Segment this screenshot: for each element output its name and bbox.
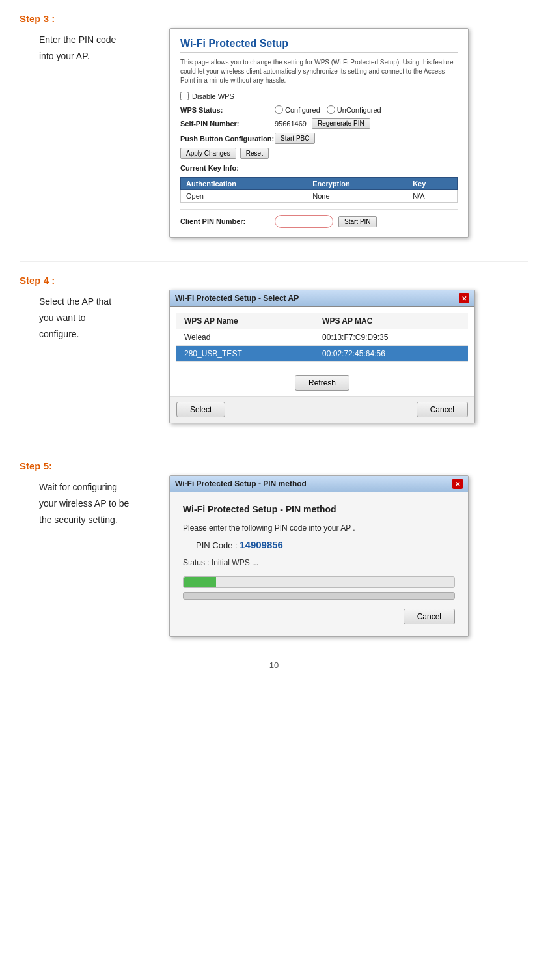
reset-button[interactable]: Reset [240,148,269,159]
step3-text: Enter the PIN code into your AP. [20,28,163,66]
refresh-button[interactable]: Refresh [295,375,349,391]
self-pin-value: 95661469 [275,120,307,128]
col-key: Key [407,178,458,190]
apply-changes-button[interactable]: Apply Changes [180,148,236,159]
refresh-area: Refresh [176,370,468,396]
start-pin-button[interactable]: Start PIN [338,216,377,227]
key-info-table: Authentication Encryption Key Open None … [180,177,458,203]
ap-name: 280_USB_TEST [176,346,314,362]
step3-label: Step 3 : [20,13,528,24]
key-info-label: Current Key Info: [180,164,458,172]
push-button-row: Push Button Configuration: Start PBC [180,133,458,144]
col-authentication: Authentication [181,178,307,190]
pin-method-dialog: Wi-Fi Protected Setup - PIN method ✕ Wi-… [169,475,469,637]
wps-status-label: WPS Status: [180,106,275,114]
self-pin-row: Self-PIN Number: 95661469 Regenerate PIN [180,118,458,129]
wps-dialog-desc: This page allows you to change the setti… [180,58,458,85]
pin-inner-title: Wi-Fi Protected Setup - PIN method [183,504,455,514]
ap-name: Welead [176,329,314,346]
ap-list-item[interactable]: 280_USB_TEST00:02:72:45:64:56 [176,346,468,362]
step4-label: Step 4 : [20,275,528,286]
pin-dialog-body: Wi-Fi Protected Setup - PIN method Pleas… [170,492,468,636]
step5-label: Step 5: [20,460,528,471]
client-pin-label: Client PIN Number: [180,217,275,225]
select-ap-close-button[interactable]: ✕ [459,293,469,303]
auth-value: Open [181,190,307,203]
push-button-label: Push Button Configuration: [180,135,275,143]
ap-mac: 00:02:72:45:64:56 [314,346,468,362]
pin-status: Status : Initial WPS ... [183,558,455,567]
select-ap-dialog: Wi-Fi Protected Setup - Select AP ✕ WPS … [169,290,475,423]
step5-text: Wait for configuring your wireless AP to… [20,475,163,529]
pin-dialog-desc: Please enter the following PIN code into… [183,524,455,533]
wps-setup-dialog: Wi-Fi Protected Setup This page allows y… [169,28,469,238]
col-encryption: Encryption [307,178,407,190]
col-ap-mac: WPS AP MAC [314,313,468,329]
wps-configured-option: Configured [275,105,320,114]
divider-2 [20,447,528,447]
select-ap-title: Wi-Fi Protected Setup - Select AP [175,294,299,303]
select-button[interactable]: Select [176,402,225,417]
pin-progress-bar-container [183,576,455,588]
client-pin-row: Client PIN Number: Start PIN [180,209,458,228]
col-ap-name: WPS AP Name [176,313,314,329]
start-pbc-button[interactable]: Start PBC [275,133,315,144]
apply-reset-row: Apply Changes Reset [180,148,458,159]
ap-dialog-buttons: Select Cancel [170,396,474,423]
step4-dialog-area: Wi-Fi Protected Setup - Select AP ✕ WPS … [169,290,528,423]
page-number: 10 [20,660,528,670]
pin-label: PIN Code : [196,540,240,550]
wps-unconfigured-radio[interactable] [327,105,335,114]
pin-dialog-title: Wi-Fi Protected Setup - PIN method [175,479,307,488]
wps-unconfigured-label: UnConfigured [337,106,381,114]
client-pin-input[interactable] [275,215,333,228]
wps-status-row: WPS Status: Configured UnConfigured [180,105,458,114]
disable-wps-row: Disable WPS [180,92,458,100]
ap-list-table: WPS AP Name WPS AP MAC Welead00:13:F7:C9… [176,313,468,362]
cancel-button[interactable]: Cancel [417,402,468,417]
disable-wps-label: Disable WPS [192,92,234,100]
wps-configured-label: Configured [285,106,320,114]
pin-progress-bar [184,577,216,587]
ap-mac: 00:13:F7:C9:D9:35 [314,329,468,346]
table-row: Open None N/A [181,190,458,203]
pin-dialog-titlebar: Wi-Fi Protected Setup - PIN method ✕ [170,476,468,492]
disable-wps-checkbox[interactable] [180,92,189,100]
step3-dialog-area: Wi-Fi Protected Setup This page allows y… [169,28,528,238]
encryption-value: None [307,190,407,203]
pin-cancel-row: Cancel [183,609,455,624]
pin-code-value: 14909856 [240,539,283,550]
pin-cancel-button[interactable]: Cancel [404,609,455,624]
step5-dialog-area: Wi-Fi Protected Setup - PIN method ✕ Wi-… [169,475,528,637]
wps-dialog-title: Wi-Fi Protected Setup [180,38,458,53]
key-value: N/A [407,190,458,203]
select-ap-titlebar: Wi-Fi Protected Setup - Select AP ✕ [170,290,474,307]
wps-configured-radio[interactable] [275,105,283,114]
step4-text: Select the AP that you want to configure… [20,290,163,344]
regenerate-pin-button[interactable]: Regenerate PIN [312,118,370,129]
wps-unconfigured-option: UnConfigured [327,105,381,114]
pin-dialog-close-button[interactable]: ✕ [452,479,463,489]
pin-code-line: PIN Code : 14909856 [183,539,455,550]
divider-1 [20,261,528,262]
pin-progress-track [183,592,455,600]
ap-list-item[interactable]: Welead00:13:F7:C9:D9:35 [176,329,468,346]
self-pin-label: Self-PIN Number: [180,120,275,128]
